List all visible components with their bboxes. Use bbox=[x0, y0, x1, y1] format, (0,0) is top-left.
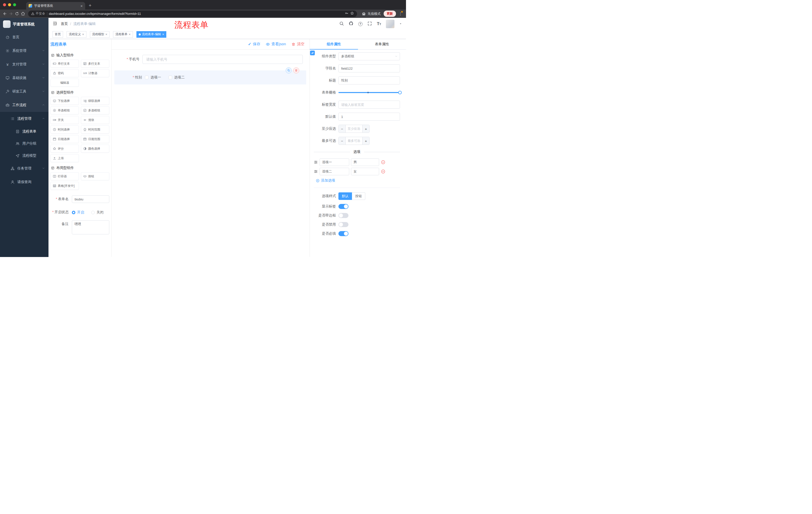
palette-item-button[interactable]: 按钮 bbox=[81, 172, 109, 180]
disabled-switch[interactable] bbox=[339, 222, 348, 227]
fullscreen-icon[interactable] bbox=[367, 21, 372, 27]
close-icon[interactable]: × bbox=[82, 33, 84, 36]
search-icon[interactable] bbox=[339, 21, 344, 27]
avatar[interactable] bbox=[386, 20, 395, 28]
home-button[interactable] bbox=[21, 11, 25, 16]
sidebar-item-workflow[interactable]: 工作流程 bbox=[0, 98, 49, 112]
sidebar-item-process-form[interactable]: 流程表单 bbox=[0, 126, 49, 138]
breadcrumb-home[interactable]: 首页 bbox=[61, 22, 68, 26]
title-input[interactable] bbox=[339, 77, 400, 84]
tag-process-model[interactable]: 流程模型× bbox=[90, 31, 110, 38]
bookmark-star-icon[interactable] bbox=[350, 11, 354, 16]
sidebar-item-system[interactable]: 系统管理 bbox=[0, 44, 49, 58]
palette-item-upload[interactable]: 上传 bbox=[51, 154, 79, 162]
palette-item-cascader[interactable]: 级联选择 bbox=[81, 97, 109, 105]
tab-component-props[interactable]: 组件属性 bbox=[310, 39, 358, 49]
default-value-input[interactable] bbox=[339, 113, 400, 121]
github-icon[interactable] bbox=[349, 21, 353, 27]
palette-scroll[interactable]: 输入型组件 单行文本 多行文本 密码 123计数器 编辑器 选择型组件 bbox=[49, 50, 111, 257]
sidebar-item-process-mgmt[interactable]: 流程管理 bbox=[0, 112, 49, 126]
component-type-select[interactable]: 多选框组 bbox=[339, 52, 400, 60]
palette-item-textarea[interactable]: 多行文本 bbox=[81, 60, 109, 67]
form-name-input[interactable] bbox=[72, 195, 109, 203]
palette-item-switch[interactable]: 开关 bbox=[51, 116, 79, 124]
palette-item-counter[interactable]: 123计数器 bbox=[81, 69, 109, 77]
view-json-button[interactable]: 查看json bbox=[266, 42, 286, 47]
checkbox-icon[interactable] bbox=[169, 76, 172, 79]
caret-down-icon[interactable] bbox=[399, 22, 402, 26]
decrease-button[interactable]: − bbox=[339, 125, 346, 133]
sidebar-fold-icon[interactable] bbox=[53, 21, 57, 27]
style-button-button[interactable]: 按钮 bbox=[352, 192, 365, 200]
palette-item-date-range[interactable]: 日期范围 bbox=[81, 135, 109, 143]
sidebar-item-payment[interactable]: ¥ 支付管理 bbox=[0, 58, 49, 71]
remove-option-button[interactable] bbox=[381, 169, 385, 174]
tag-process-form[interactable]: 流程表单× bbox=[113, 31, 133, 38]
palette-item-date-picker[interactable]: 日期选择 bbox=[51, 135, 79, 143]
sidebar-item-infra[interactable]: 基础设施 bbox=[0, 71, 49, 85]
browser-update-button[interactable]: 更新 bbox=[384, 10, 396, 17]
tag-home[interactable]: 首页 bbox=[53, 31, 63, 38]
phone-input[interactable] bbox=[142, 55, 303, 64]
help-icon[interactable]: ? bbox=[358, 22, 362, 26]
decrease-button[interactable]: − bbox=[339, 137, 346, 144]
field-name-input[interactable] bbox=[339, 64, 400, 73]
copy-component-button[interactable] bbox=[286, 67, 292, 74]
palette-item-row-container[interactable]: 行容器 bbox=[51, 172, 79, 180]
minimize-window-button[interactable] bbox=[8, 3, 11, 6]
new-tab-button[interactable]: + bbox=[89, 3, 91, 8]
tab-close-icon[interactable]: × bbox=[80, 4, 83, 8]
browser-menu-icon[interactable]: ⋮ bbox=[399, 11, 403, 16]
style-default-button[interactable]: 默认 bbox=[339, 192, 352, 200]
maximize-window-button[interactable] bbox=[13, 3, 16, 6]
close-icon[interactable]: × bbox=[106, 33, 108, 36]
gender-option-1[interactable]: 选项一 bbox=[145, 75, 161, 80]
sidebar-item-task-mgmt[interactable]: 任务管理 bbox=[0, 162, 49, 175]
drag-handle-icon[interactable] bbox=[314, 160, 318, 164]
palette-item-time-range[interactable]: 时间范围 bbox=[81, 126, 109, 134]
tag-process-definition[interactable]: 流程定义× bbox=[66, 31, 86, 38]
security-chip[interactable]: 不安全 bbox=[31, 11, 45, 16]
increase-button[interactable]: + bbox=[362, 125, 369, 133]
close-icon[interactable]: × bbox=[162, 33, 164, 36]
font-size-icon[interactable]: TT bbox=[377, 21, 381, 26]
option-name-input[interactable] bbox=[320, 168, 349, 175]
radio-status-off[interactable]: 关闭 bbox=[91, 210, 104, 215]
palette-item-text-field[interactable]: 单行文本 bbox=[51, 60, 79, 67]
palette-item-time-picker[interactable]: 时间选择 bbox=[51, 126, 79, 134]
show-label-switch[interactable] bbox=[339, 204, 348, 209]
canvas-field-gender-selected[interactable]: 性别 选项一 选项二 bbox=[114, 71, 306, 84]
sidebar-item-user-group[interactable]: 用户分组 bbox=[0, 138, 49, 150]
palette-item-color-picker[interactable]: 颜色选择 bbox=[81, 144, 109, 153]
delete-component-button[interactable] bbox=[293, 67, 299, 74]
option-name-input[interactable] bbox=[320, 158, 349, 166]
label-width-input[interactable] bbox=[339, 101, 400, 109]
sidebar-item-home[interactable]: 首页 bbox=[0, 30, 49, 44]
sidebar-item-devtools[interactable]: 研发工具 bbox=[0, 85, 49, 98]
option-value-input[interactable] bbox=[351, 158, 379, 166]
forward-button[interactable] bbox=[8, 11, 13, 16]
canvas-drop-area[interactable]: 手机号 性别 选项一 选项二 bbox=[112, 50, 310, 257]
tag-process-form-edit[interactable]: 流程表单-编辑× bbox=[137, 31, 167, 38]
close-icon[interactable]: × bbox=[128, 33, 130, 36]
grid-slider[interactable] bbox=[339, 88, 400, 97]
gender-option-2[interactable]: 选项二 bbox=[169, 75, 185, 80]
increase-button[interactable]: + bbox=[362, 137, 369, 144]
canvas-field-phone[interactable]: 手机号 bbox=[114, 55, 306, 64]
required-switch[interactable] bbox=[339, 231, 348, 236]
drag-handle-icon[interactable] bbox=[314, 169, 318, 173]
address-bar[interactable]: 不安全 dashboard.yudao.iocoder.cn/bpm/manag… bbox=[28, 10, 357, 17]
slider-handle[interactable] bbox=[398, 91, 402, 94]
remove-option-button[interactable] bbox=[381, 160, 385, 164]
slider-track[interactable] bbox=[339, 92, 400, 93]
palette-item-password[interactable]: 密码 bbox=[51, 69, 79, 77]
add-option-button[interactable]: 添加选项 bbox=[316, 178, 400, 183]
password-key-icon[interactable] bbox=[345, 11, 348, 16]
sidebar-item-leave-query[interactable]: 请假查询 bbox=[0, 175, 49, 189]
form-remark-textarea[interactable]: 嘿嘿 bbox=[72, 220, 109, 234]
palette-item-select[interactable]: 下拉选择 bbox=[51, 97, 79, 105]
bordered-switch[interactable] bbox=[339, 213, 348, 218]
inspector-body[interactable]: 组件类型 多选框组 字段名 标题 表单栅格 bbox=[310, 50, 406, 257]
back-button[interactable] bbox=[2, 11, 7, 16]
save-button[interactable]: ✓保存 bbox=[248, 42, 260, 47]
